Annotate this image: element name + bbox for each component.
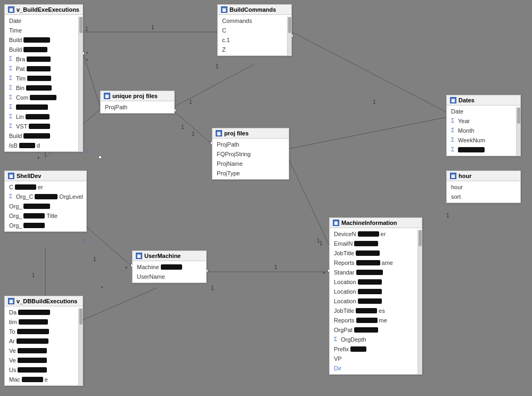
scrollbar[interactable]: [418, 230, 422, 374]
svg-line-7: [175, 112, 212, 144]
scrollbar-thumb[interactable]: [419, 230, 422, 246]
field-binp: ΣBin: [5, 83, 83, 93]
table-icon: ▦: [8, 298, 14, 304]
field-time2: ΣTim: [5, 74, 83, 83]
svg-text:1: 1: [181, 124, 184, 130]
table-header: ▦ proj files: [212, 128, 289, 139]
table-icon: ▦: [221, 6, 227, 13]
field-branch: ΣBra: [5, 54, 83, 64]
table-header: ▦ ShellDev: [5, 171, 86, 181]
table-title: hour: [459, 173, 471, 179]
field-emailn: EmailN: [330, 239, 422, 248]
table-body: hour sort: [447, 181, 520, 203]
field-to: To: [5, 327, 83, 336]
field-standar: Standar: [330, 268, 422, 277]
svg-text:1: 1: [446, 213, 449, 219]
table-body: Date Σ Year Σ Month Σ WeekNum Σ: [447, 106, 520, 156]
table-title: Dates: [459, 97, 474, 103]
svg-text:*: *: [323, 271, 325, 277]
svg-line-5: [175, 64, 255, 107]
table-body: DeviceNer EmailN JobTitle Reportsame Sta…: [330, 228, 422, 374]
field-jobtitle2: JobTitlees: [330, 306, 422, 316]
diagram-canvas: 1 1 1 1 1 1 1 1: [0, 0, 532, 396]
field-link: ΣLin: [5, 112, 83, 122]
table-shell-dev: ▦ ShellDev Cer Σ Org_COrgLevel Org_ Org_…: [4, 171, 87, 232]
svg-point-26: [99, 156, 102, 159]
table-body: Cer Σ Org_COrgLevel Org_ Org_Title Org_: [5, 181, 86, 231]
field-week-r: Σ: [447, 145, 520, 155]
scrollbar[interactable]: [78, 308, 83, 385]
field-build1: Build: [5, 35, 83, 45]
field-jobtitle: JobTitle: [330, 248, 422, 258]
svg-line-9: [292, 32, 446, 112]
svg-text:1: 1: [192, 131, 195, 137]
field-date: Date: [5, 16, 83, 26]
scrollbar-thumb[interactable]: [79, 17, 83, 33]
field-reports2: Reportsme: [330, 316, 422, 325]
field-dir: Dir: [330, 363, 422, 373]
field-username: UserName: [133, 272, 206, 281]
field-orgpath: OrgPat: [330, 325, 422, 335]
svg-text:1: 1: [151, 25, 154, 30]
svg-line-16: [83, 224, 132, 266]
field-machine: Machine: [133, 262, 206, 272]
scrollbar-thumb[interactable]: [79, 309, 83, 325]
svg-text:1: 1: [211, 285, 214, 291]
table-body: ProjPath FQProjString ProjName ProjType: [212, 139, 289, 179]
svg-text:*: *: [86, 58, 89, 64]
scrollbar[interactable]: [78, 17, 83, 151]
scrollbar[interactable]: [287, 17, 291, 55]
table-proj-files: ▦ proj files ProjPath FQProjString ProjN…: [212, 128, 289, 180]
scrollbar[interactable]: [516, 107, 520, 156]
scrollbar-thumb[interactable]: [288, 17, 291, 33]
table-body: Da tim To Ar Ve Ve Us Mace: [5, 306, 83, 385]
table-header: ▦ unique proj files: [101, 91, 174, 101]
svg-line-20: [83, 288, 157, 320]
table-body: Machine UserName: [133, 261, 206, 282]
field-isb: IsBd: [5, 141, 83, 150]
table-header: ▦ Dates: [447, 95, 520, 106]
table-body: ProjPath: [101, 101, 174, 113]
svg-text:*: *: [125, 265, 128, 272]
svg-text:1: 1: [32, 272, 35, 278]
table-machine-information: ▦ MachineInformation DeviceNer EmailN Jo…: [329, 217, 422, 375]
table-icon: ▦: [333, 220, 339, 226]
field-date: Date: [447, 107, 520, 116]
field-ve1: Ve: [5, 346, 83, 355]
svg-text:1: 1: [373, 99, 376, 105]
scrollbar-thumb[interactable]: [517, 108, 520, 124]
table-header: ▦ BuildCommands: [218, 5, 291, 15]
table-icon: ▦: [216, 130, 222, 136]
table-title: ShellDev: [17, 173, 41, 179]
field-c: C: [218, 26, 291, 35]
field-ve2: Ve: [5, 355, 83, 365]
table-title: BuildCommands: [230, 6, 276, 13]
field-hour: hour: [447, 182, 520, 192]
svg-text:1: 1: [86, 149, 89, 155]
svg-text:1: 1: [320, 240, 323, 246]
field-projname: ProjName: [212, 159, 289, 168]
field-z: Z: [218, 45, 291, 54]
table-header: ▦ hour: [447, 171, 520, 181]
table-icon: ▦: [450, 173, 456, 179]
field-orgdepth: Σ OrgDepth: [330, 335, 422, 344]
table-build-commands: ▦ BuildCommands Commands C c.1 Z: [217, 4, 292, 56]
field-projtype: ProjType: [212, 168, 289, 178]
field-location2: Location: [330, 287, 422, 296]
field-orgc: Σ Org_COrgLevel: [5, 192, 86, 201]
field-location1: Location: [330, 277, 422, 287]
field-fqprojstring: FQProjString: [212, 149, 289, 159]
table-unique-proj-files: ▦ unique proj files ProjPath: [100, 91, 175, 114]
table-body: Date Time Build Build ΣBra ΣPat ΣTim ΣBi…: [5, 15, 83, 151]
field-path: ΣPat: [5, 64, 83, 74]
svg-text:1: 1: [317, 238, 320, 244]
table-title: v_DBBuildExecutions: [17, 298, 77, 304]
field-c1: c.1: [218, 35, 291, 45]
field-comp: ΣCom: [5, 93, 83, 102]
table-v-db-build-executions: ▦ v_DBBuildExecutions Da tim To Ar Ve Ve…: [4, 296, 83, 386]
svg-text:*: *: [101, 286, 103, 292]
table-icon: ▦: [8, 173, 14, 179]
svg-line-12: [287, 155, 329, 245]
table-hour: ▦ hour hour sort: [446, 171, 521, 203]
table-title: unique proj files: [112, 93, 158, 99]
